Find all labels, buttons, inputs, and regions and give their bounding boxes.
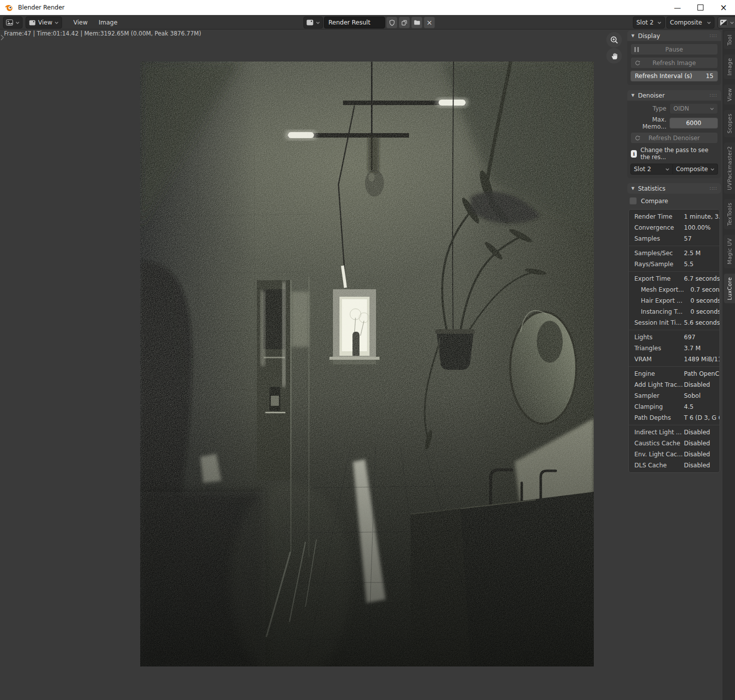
denoiser-pass-dropdown[interactable]: Composite bbox=[673, 164, 718, 175]
mode-dropdown[interactable]: View bbox=[26, 17, 62, 29]
pause-icon bbox=[634, 47, 639, 52]
stat-row: Samples/Sec2.5 M bbox=[629, 248, 719, 259]
zoom-gizmo-button[interactable] bbox=[606, 32, 622, 48]
magnifier-plus-icon bbox=[610, 36, 619, 45]
stat-value: Sobol bbox=[684, 392, 719, 399]
panel-statistics-header[interactable]: ▼ Statistics ∷∷ bbox=[627, 183, 721, 194]
stat-value: Disabled bbox=[684, 429, 719, 436]
new-image-button[interactable] bbox=[399, 17, 410, 29]
stat-label: Samples bbox=[629, 235, 684, 242]
stat-value: 0 seconds bbox=[690, 297, 719, 304]
menu-image[interactable]: Image bbox=[95, 17, 122, 28]
stat-row: Rays/Sample5.5 bbox=[629, 259, 719, 270]
close-button[interactable]: × bbox=[712, 0, 735, 15]
stat-row: VRAM1489 MiB/11... bbox=[629, 354, 719, 365]
stat-row: EnginePath OpenCL bbox=[629, 368, 719, 379]
denoiser-type-dropdown[interactable]: OIDN bbox=[669, 103, 718, 114]
pan-gizmo-button[interactable] bbox=[606, 48, 622, 64]
sidebar-tab-label: View bbox=[726, 88, 732, 102]
sidebar-tab-luxcore[interactable]: LuxCore bbox=[724, 274, 735, 304]
sidebar-tab-image[interactable]: Image bbox=[724, 55, 735, 79]
panel-display-header[interactable]: ▼ Display ∷∷ bbox=[627, 31, 721, 41]
statistics-table: Render Time1 minute, 3.9 ...Convergence1… bbox=[628, 209, 720, 473]
slot-dropdown[interactable]: Slot 2 bbox=[633, 17, 665, 29]
denoiser-slot-dropdown[interactable]: Slot 2 bbox=[630, 164, 673, 175]
sidebar-tab-label: Scopes bbox=[726, 114, 732, 134]
panel-drag-grip-icon[interactable]: ∷∷ bbox=[709, 33, 717, 39]
duplicate-icon bbox=[401, 20, 408, 26]
stat-row: Lights697 bbox=[629, 332, 719, 343]
stat-label: Sampler bbox=[629, 392, 684, 399]
minimize-button[interactable]: — bbox=[666, 0, 689, 15]
stat-value: 4.5 bbox=[684, 403, 719, 410]
sidebar-tab-label: Magic UV bbox=[726, 238, 732, 264]
chevron-down-icon bbox=[710, 108, 714, 110]
stat-group: Samples/Sec2.5 MRays/Sample5.5 bbox=[629, 246, 719, 271]
compare-checkbox[interactable] bbox=[629, 197, 637, 205]
stat-row: Clamping4.5 bbox=[629, 401, 719, 412]
stat-row: DLS CacheDisabled bbox=[629, 460, 719, 471]
stat-group: Render Time1 minute, 3.9 ...Convergence1… bbox=[629, 210, 719, 246]
panel-denoiser-title: Denoiser bbox=[638, 92, 664, 99]
refresh-interval-slider[interactable]: Refresh Interval (s) 15 bbox=[630, 71, 718, 82]
stat-value: 5.5 bbox=[684, 261, 719, 268]
max-memory-field[interactable]: 6000 bbox=[669, 118, 718, 129]
chevron-down-icon bbox=[657, 22, 661, 24]
stat-value: Disabled bbox=[684, 462, 719, 469]
fake-user-shield-button[interactable] bbox=[386, 17, 398, 29]
stat-label: Rays/Sample bbox=[629, 261, 684, 268]
image-editor-header: View View Image Render Result bbox=[0, 15, 735, 30]
compare-checkbox-row[interactable]: Compare bbox=[629, 197, 720, 205]
region-corner-icon[interactable] bbox=[1, 35, 4, 42]
stat-value: 57 bbox=[684, 235, 719, 242]
maximize-button[interactable] bbox=[689, 0, 712, 15]
stat-label: Mesh Export... bbox=[629, 286, 690, 293]
sidebar-tab-view[interactable]: View bbox=[724, 85, 735, 105]
panel-drag-grip-icon[interactable]: ∷∷ bbox=[709, 93, 717, 98]
blender-window: Blender Render — × View bbox=[0, 0, 735, 700]
stat-value: T 6 (D 3, G 6, ... bbox=[684, 414, 719, 421]
render-result-viewport[interactable] bbox=[140, 62, 594, 666]
stat-group: Indirect Light ...DisabledCaustics Cache… bbox=[629, 425, 719, 472]
browse-image-dropdown[interactable] bbox=[303, 17, 323, 29]
sidebar-tab-scopes[interactable]: Scopes bbox=[724, 110, 735, 137]
image-name-field[interactable]: Render Result bbox=[324, 17, 385, 29]
open-image-button[interactable] bbox=[411, 17, 423, 29]
panel-drag-grip-icon[interactable]: ∷∷ bbox=[709, 186, 717, 191]
stat-value: 0 seconds bbox=[690, 308, 719, 315]
stat-label: VRAM bbox=[629, 356, 684, 363]
chevron-down-icon bbox=[707, 22, 711, 24]
panel-denoiser-header[interactable]: ▼ Denoiser ∷∷ bbox=[627, 90, 721, 101]
sidebar-tab-label: UVPackmaster2 bbox=[726, 146, 732, 190]
refresh-image-button[interactable]: Refresh Image bbox=[630, 57, 718, 69]
sidebar-tab-magic-uv[interactable]: Magic UV bbox=[724, 235, 735, 268]
shield-icon bbox=[389, 20, 395, 26]
stat-label: Samples/Sec bbox=[629, 250, 684, 257]
stat-label: Triangles bbox=[629, 345, 684, 352]
sidebar-region: ▼ Display ∷∷ Pause Refresh Image Refresh… bbox=[625, 29, 722, 700]
pause-button[interactable]: Pause bbox=[630, 44, 718, 55]
editor-type-dropdown[interactable] bbox=[3, 17, 23, 29]
chevron-down-icon bbox=[730, 22, 734, 24]
menu-view[interactable]: View bbox=[69, 17, 91, 28]
refresh-icon bbox=[634, 60, 641, 66]
image-icon bbox=[720, 20, 727, 26]
stat-value: Disabled bbox=[684, 381, 719, 388]
panel-statistics-title: Statistics bbox=[638, 185, 665, 192]
sidebar-tab-uvpackmaster2[interactable]: UVPackmaster2 bbox=[724, 143, 735, 194]
stat-label: Hair Export ... bbox=[629, 297, 690, 304]
sidebar-tab-label: Tool bbox=[726, 35, 732, 46]
stat-row: Add Light Trac...Disabled bbox=[629, 379, 719, 390]
denoiser-info-text: Change the pass to see the res... bbox=[640, 147, 718, 161]
stat-label: Indirect Light ... bbox=[629, 429, 684, 436]
sidebar-tab-textools[interactable]: TexTools bbox=[724, 199, 735, 229]
sidebar-tab-tool[interactable]: Tool bbox=[724, 31, 735, 49]
hand-icon bbox=[610, 52, 618, 60]
stat-label: DLS Cache bbox=[629, 462, 684, 469]
unlink-image-button[interactable]: × bbox=[424, 17, 435, 29]
display-channels-dropdown[interactable] bbox=[717, 17, 735, 29]
pass-dropdown[interactable]: Composite bbox=[666, 17, 714, 29]
sidebar-tab-label: TexTools bbox=[726, 203, 732, 226]
image-icon bbox=[306, 20, 313, 26]
refresh-denoiser-button[interactable]: Refresh Denoiser bbox=[630, 132, 718, 144]
